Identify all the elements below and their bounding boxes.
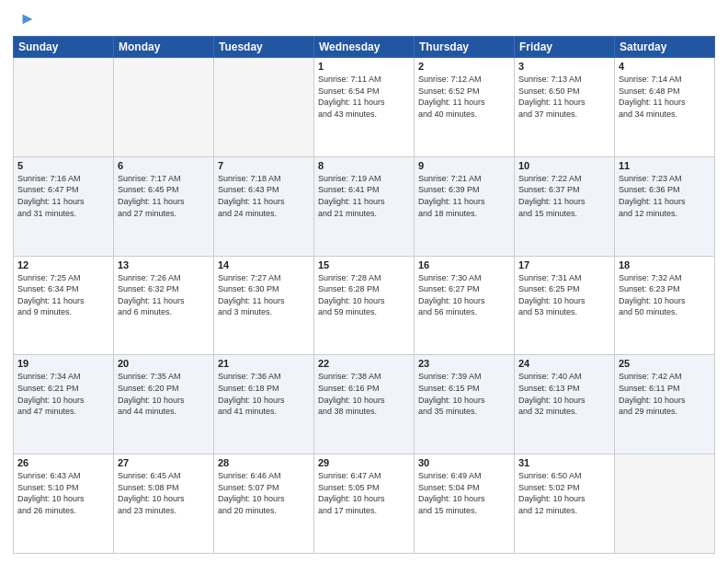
calendar-cell-4-2: 20Sunrise: 7:35 AM Sunset: 6:20 PM Dayli…: [114, 355, 214, 454]
day-number: 18: [619, 259, 711, 270]
day-info: Sunrise: 7:28 AM Sunset: 6:28 PM Dayligh…: [318, 272, 410, 318]
day-info: Sunrise: 6:46 AM Sunset: 5:07 PM Dayligh…: [218, 470, 310, 516]
day-info: Sunrise: 7:11 AM Sunset: 6:54 PM Dayligh…: [318, 74, 410, 120]
day-info: Sunrise: 6:43 AM Sunset: 5:10 PM Dayligh…: [17, 470, 109, 516]
calendar-cell-1-1: [14, 58, 114, 157]
calendar-cell-3-4: 15Sunrise: 7:28 AM Sunset: 6:28 PM Dayli…: [314, 256, 415, 355]
calendar-cell-4-1: 19Sunrise: 7:34 AM Sunset: 6:21 PM Dayli…: [14, 355, 114, 454]
weekday-header-thursday: Thursday: [415, 37, 515, 58]
day-info: Sunrise: 6:49 AM Sunset: 5:04 PM Dayligh…: [418, 470, 510, 516]
day-info: Sunrise: 7:36 AM Sunset: 6:18 PM Dayligh…: [218, 371, 310, 417]
calendar-cell-4-3: 21Sunrise: 7:36 AM Sunset: 6:18 PM Dayli…: [214, 355, 314, 454]
calendar-cell-4-4: 22Sunrise: 7:38 AM Sunset: 6:16 PM Dayli…: [314, 355, 415, 454]
week-row-5: 26Sunrise: 6:43 AM Sunset: 5:10 PM Dayli…: [14, 454, 715, 554]
day-number: 11: [619, 160, 711, 171]
page-container: ► SundayMondayTuesdayWednesdayThursdayFr…: [0, 0, 728, 563]
day-info: Sunrise: 7:13 AM Sunset: 6:50 PM Dayligh…: [518, 74, 610, 120]
day-info: Sunrise: 7:31 AM Sunset: 6:25 PM Dayligh…: [518, 272, 610, 318]
day-number: 2: [418, 61, 510, 72]
calendar-cell-2-1: 5Sunrise: 7:16 AM Sunset: 6:47 PM Daylig…: [14, 156, 114, 256]
day-info: Sunrise: 7:27 AM Sunset: 6:30 PM Dayligh…: [218, 272, 310, 318]
calendar-cell-4-6: 24Sunrise: 7:40 AM Sunset: 6:13 PM Dayli…: [515, 355, 615, 454]
calendar-cell-5-4: 29Sunrise: 6:47 AM Sunset: 5:05 PM Dayli…: [314, 454, 415, 554]
day-number: 14: [218, 259, 310, 270]
day-info: Sunrise: 7:25 AM Sunset: 6:34 PM Dayligh…: [17, 272, 109, 318]
calendar-cell-2-2: 6Sunrise: 7:17 AM Sunset: 6:45 PM Daylig…: [114, 156, 214, 256]
day-info: Sunrise: 7:34 AM Sunset: 6:21 PM Dayligh…: [17, 371, 109, 417]
calendar-cell-3-1: 12Sunrise: 7:25 AM Sunset: 6:34 PM Dayli…: [14, 256, 114, 355]
weekday-header-saturday: Saturday: [615, 37, 715, 58]
day-number: 12: [17, 259, 109, 270]
day-info: Sunrise: 7:19 AM Sunset: 6:41 PM Dayligh…: [318, 173, 410, 219]
day-number: 29: [318, 457, 410, 468]
day-number: 15: [318, 259, 410, 270]
calendar-cell-2-7: 11Sunrise: 7:23 AM Sunset: 6:36 PM Dayli…: [615, 156, 715, 256]
header: ►: [13, 9, 715, 29]
day-info: Sunrise: 7:32 AM Sunset: 6:23 PM Dayligh…: [619, 272, 711, 318]
day-info: Sunrise: 7:14 AM Sunset: 6:48 PM Dayligh…: [619, 74, 711, 120]
day-number: 9: [418, 160, 510, 171]
calendar-table: SundayMondayTuesdayWednesdayThursdayFrid…: [13, 36, 715, 554]
day-number: 27: [118, 457, 210, 468]
day-number: 4: [619, 61, 711, 72]
day-number: 21: [218, 358, 310, 369]
calendar-cell-3-6: 17Sunrise: 7:31 AM Sunset: 6:25 PM Dayli…: [515, 256, 615, 355]
day-number: 26: [17, 457, 109, 468]
calendar-cell-1-5: 2Sunrise: 7:12 AM Sunset: 6:52 PM Daylig…: [415, 58, 515, 157]
calendar-cell-4-7: 25Sunrise: 7:42 AM Sunset: 6:11 PM Dayli…: [615, 355, 715, 454]
day-number: 1: [318, 61, 410, 72]
day-info: Sunrise: 7:40 AM Sunset: 6:13 PM Dayligh…: [518, 371, 610, 417]
logo-icon: ►: [19, 9, 36, 29]
calendar-cell-1-4: 1Sunrise: 7:11 AM Sunset: 6:54 PM Daylig…: [314, 58, 415, 157]
day-info: Sunrise: 7:39 AM Sunset: 6:15 PM Dayligh…: [418, 371, 510, 417]
calendar-cell-1-2: [114, 58, 214, 157]
day-info: Sunrise: 7:17 AM Sunset: 6:45 PM Dayligh…: [118, 173, 210, 219]
day-number: 16: [418, 259, 510, 270]
day-info: Sunrise: 7:38 AM Sunset: 6:16 PM Dayligh…: [318, 371, 410, 417]
calendar-cell-5-6: 31Sunrise: 6:50 AM Sunset: 5:02 PM Dayli…: [515, 454, 615, 554]
calendar-cell-1-3: [214, 58, 314, 157]
weekday-header-sunday: Sunday: [14, 37, 114, 58]
calendar-cell-3-7: 18Sunrise: 7:32 AM Sunset: 6:23 PM Dayli…: [615, 256, 715, 355]
day-number: 17: [518, 259, 610, 270]
day-info: Sunrise: 7:42 AM Sunset: 6:11 PM Dayligh…: [619, 371, 711, 417]
calendar-cell-5-2: 27Sunrise: 6:45 AM Sunset: 5:08 PM Dayli…: [114, 454, 214, 554]
day-number: 13: [118, 259, 210, 270]
day-number: 6: [118, 160, 210, 171]
day-number: 30: [418, 457, 510, 468]
day-number: 7: [218, 160, 310, 171]
day-number: 20: [118, 358, 210, 369]
calendar-cell-5-5: 30Sunrise: 6:49 AM Sunset: 5:04 PM Dayli…: [415, 454, 515, 554]
day-info: Sunrise: 7:12 AM Sunset: 6:52 PM Dayligh…: [418, 74, 510, 120]
week-row-4: 19Sunrise: 7:34 AM Sunset: 6:21 PM Dayli…: [14, 355, 715, 454]
day-number: 5: [17, 160, 109, 171]
calendar-cell-3-2: 13Sunrise: 7:26 AM Sunset: 6:32 PM Dayli…: [114, 256, 214, 355]
calendar-cell-5-3: 28Sunrise: 6:46 AM Sunset: 5:07 PM Dayli…: [214, 454, 314, 554]
calendar-cell-1-6: 3Sunrise: 7:13 AM Sunset: 6:50 PM Daylig…: [515, 58, 615, 157]
week-row-1: 1Sunrise: 7:11 AM Sunset: 6:54 PM Daylig…: [14, 58, 715, 157]
week-row-2: 5Sunrise: 7:16 AM Sunset: 6:47 PM Daylig…: [14, 156, 715, 256]
day-number: 23: [418, 358, 510, 369]
day-number: 28: [218, 457, 310, 468]
calendar-cell-1-7: 4Sunrise: 7:14 AM Sunset: 6:48 PM Daylig…: [615, 58, 715, 157]
weekday-header-wednesday: Wednesday: [314, 37, 415, 58]
calendar-cell-5-7: [615, 454, 715, 554]
calendar-cell-2-4: 8Sunrise: 7:19 AM Sunset: 6:41 PM Daylig…: [314, 156, 415, 256]
calendar-cell-3-3: 14Sunrise: 7:27 AM Sunset: 6:30 PM Dayli…: [214, 256, 314, 355]
day-info: Sunrise: 6:45 AM Sunset: 5:08 PM Dayligh…: [118, 470, 210, 516]
day-number: 22: [318, 358, 410, 369]
day-info: Sunrise: 7:26 AM Sunset: 6:32 PM Dayligh…: [118, 272, 210, 318]
weekday-header-friday: Friday: [515, 37, 615, 58]
day-info: Sunrise: 7:18 AM Sunset: 6:43 PM Dayligh…: [218, 173, 310, 219]
weekday-header-tuesday: Tuesday: [214, 37, 314, 58]
weekday-header-monday: Monday: [114, 37, 214, 58]
day-info: Sunrise: 6:50 AM Sunset: 5:02 PM Dayligh…: [518, 470, 610, 516]
day-number: 10: [518, 160, 610, 171]
calendar-cell-2-5: 9Sunrise: 7:21 AM Sunset: 6:39 PM Daylig…: [415, 156, 515, 256]
day-number: 25: [619, 358, 711, 369]
day-info: Sunrise: 7:22 AM Sunset: 6:37 PM Dayligh…: [518, 173, 610, 219]
day-number: 3: [518, 61, 610, 72]
day-number: 31: [518, 457, 610, 468]
logo: ►: [13, 9, 36, 29]
day-number: 19: [17, 358, 109, 369]
